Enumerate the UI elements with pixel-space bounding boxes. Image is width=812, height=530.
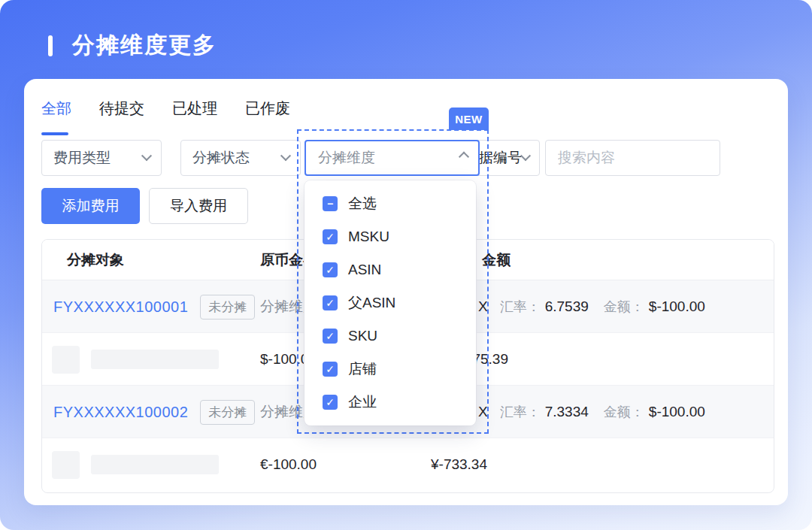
page-title: 分摊维度更多 bbox=[72, 30, 217, 61]
amount-value: $-100.00 bbox=[649, 298, 705, 315]
fragment-x: X bbox=[478, 404, 488, 420]
allocation-dimension-page: 分摊维度更多 全部 待提交 已处理 已作废 费用类型 分摊状态 单据编号 分摊维… bbox=[0, 0, 812, 530]
checkbox-checked-icon[interactable]: ✓ bbox=[323, 295, 338, 310]
fragment-x: X bbox=[478, 298, 488, 315]
content-card: 全部 待提交 已处理 已作废 费用类型 分摊状态 单据编号 分摊维度 添加费用 … bbox=[24, 79, 788, 505]
checkbox-indeterminate-icon[interactable]: − bbox=[323, 196, 338, 211]
tab-processed[interactable]: 已处理 bbox=[172, 98, 217, 119]
skeleton-square bbox=[52, 346, 80, 374]
amount-value: $-100.00 bbox=[649, 404, 705, 420]
skeleton-cell bbox=[52, 438, 219, 491]
checkbox-checked-icon[interactable]: ✓ bbox=[323, 395, 338, 410]
active-tab-underline bbox=[41, 132, 68, 135]
col-header-amount: 金额 bbox=[482, 240, 511, 280]
skeleton-square bbox=[52, 451, 80, 479]
status-tabs: 全部 待提交 已处理 已作废 bbox=[41, 98, 290, 119]
title-accent-bar bbox=[48, 35, 53, 56]
checkbox-checked-icon[interactable]: ✓ bbox=[323, 262, 338, 277]
rate-value: 7.3334 bbox=[545, 404, 589, 420]
expense-id-link[interactable]: FYXXXXXX100001 bbox=[53, 298, 188, 316]
chevron-down-icon bbox=[520, 150, 531, 161]
dropdown-option-company[interactable]: ✓ 企业 bbox=[304, 386, 476, 419]
status-badge: 未分摊 bbox=[200, 400, 255, 425]
chevron-up-icon bbox=[459, 152, 469, 162]
import-expense-button[interactable]: 导入费用 bbox=[149, 188, 248, 224]
amount-label: 金额： bbox=[604, 298, 644, 316]
amount-label: 金额： bbox=[604, 403, 644, 421]
table-row: €-100.00 ¥-733.34 bbox=[42, 438, 774, 491]
row-id-cell: FYXXXXXX100001 未分摊 bbox=[53, 280, 255, 333]
dropdown-option-sku[interactable]: ✓ SKU bbox=[304, 320, 476, 353]
rate-label: 汇率： bbox=[500, 298, 541, 316]
row-id-cell: FYXXXXXX100002 未分摊 bbox=[53, 386, 255, 438]
dropdown-option-select-all[interactable]: − 全选 bbox=[304, 187, 476, 220]
amount-detail-cell: X 汇率： 6.7539 金额： $-100.00 bbox=[478, 280, 705, 333]
checkbox-checked-icon[interactable]: ✓ bbox=[323, 362, 338, 377]
allocation-status-select[interactable]: 分摊状态 bbox=[180, 140, 301, 176]
skeleton-bar bbox=[91, 455, 219, 474]
converted-amount-cell: ¥-733.34 bbox=[431, 438, 487, 491]
chevron-down-icon bbox=[141, 150, 152, 161]
col-header-allocation-target: 分摊对象 bbox=[67, 240, 124, 280]
checkbox-checked-icon[interactable]: ✓ bbox=[323, 229, 338, 244]
skeleton-cell bbox=[52, 333, 219, 386]
checkbox-checked-icon[interactable]: ✓ bbox=[323, 329, 338, 344]
dropdown-option-msku[interactable]: ✓ MSKU bbox=[304, 220, 476, 253]
rate-value: 6.7539 bbox=[545, 298, 589, 315]
tab-all[interactable]: 全部 bbox=[41, 98, 71, 119]
amount-detail-cell: X 汇率： 7.3334 金额： $-100.00 bbox=[478, 386, 705, 438]
page-header: 分摊维度更多 bbox=[48, 30, 217, 61]
search-box bbox=[545, 140, 720, 176]
tab-voided[interactable]: 已作废 bbox=[245, 98, 290, 119]
dropdown-option-asin[interactable]: ✓ ASIN bbox=[304, 253, 476, 286]
allocation-status-label: 分摊状态 bbox=[192, 148, 250, 168]
fee-type-select[interactable]: 费用类型 bbox=[41, 140, 162, 176]
tab-pending[interactable]: 待提交 bbox=[99, 98, 144, 119]
allocation-dimension-select[interactable]: 分摊维度 bbox=[304, 140, 480, 176]
dimension-dropdown-panel: − 全选 ✓ MSKU ✓ ASIN ✓ 父ASIN ✓ SKU ✓ 店铺 bbox=[304, 180, 476, 426]
add-expense-button[interactable]: 添加费用 bbox=[41, 188, 140, 224]
expense-id-link[interactable]: FYXXXXXX100002 bbox=[53, 404, 188, 421]
skeleton-bar bbox=[91, 350, 219, 369]
status-badge: 未分摊 bbox=[200, 295, 255, 320]
original-amount-cell: €-100.00 bbox=[260, 438, 317, 491]
allocation-dimension-label: 分摊维度 bbox=[318, 148, 375, 168]
dropdown-option-parent-asin[interactable]: ✓ 父ASIN bbox=[304, 286, 476, 320]
search-input[interactable] bbox=[546, 141, 720, 175]
fee-type-label: 费用类型 bbox=[53, 148, 111, 168]
chevron-down-icon bbox=[280, 150, 291, 161]
rate-label: 汇率： bbox=[500, 403, 541, 421]
dropdown-option-store[interactable]: ✓ 店铺 bbox=[304, 353, 476, 386]
new-feature-badge: NEW bbox=[449, 108, 489, 130]
